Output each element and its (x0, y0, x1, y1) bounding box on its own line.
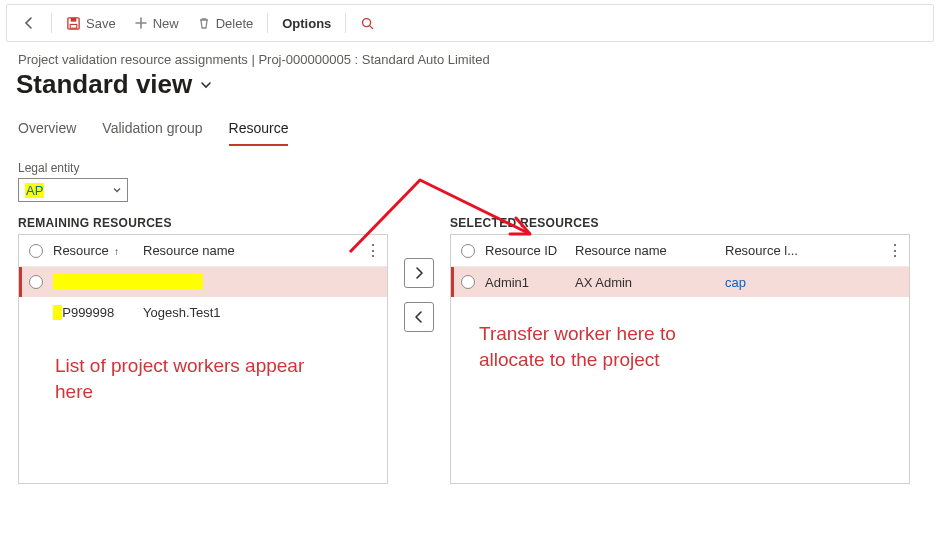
remaining-resources-grid: Resource ↑ Resource name ⋮ P999998 Yoges… (18, 234, 388, 484)
selected-resources-heading: SELECTED RESOURCES (450, 216, 910, 230)
row-select[interactable] (457, 275, 479, 289)
grid-more-button[interactable]: ⋮ (887, 243, 903, 259)
search-icon (360, 16, 375, 31)
tab-resource[interactable]: Resource (229, 114, 289, 146)
legal-entity-label: Legal entity (18, 161, 940, 175)
svg-rect-2 (70, 24, 77, 28)
search-button[interactable] (352, 11, 383, 36)
arrow-right-icon (411, 265, 427, 281)
tabs: Overview Validation group Resource (0, 110, 940, 147)
radio-icon (29, 275, 43, 289)
column-resource-name[interactable]: Resource name (137, 243, 381, 258)
redacted-highlight (53, 305, 62, 320)
plus-icon (134, 16, 148, 30)
legal-entity-select[interactable]: AP (18, 178, 128, 202)
save-label: Save (86, 16, 116, 31)
table-row[interactable] (19, 267, 387, 297)
toolbar: Save New Delete Options (6, 4, 934, 42)
tab-overview[interactable]: Overview (18, 114, 76, 146)
panels: REMAINING RESOURCES Resource ↑ Resource … (0, 202, 940, 484)
save-icon (66, 16, 81, 31)
selected-resources-grid: Resource ID Resource name Resource l... … (450, 234, 910, 484)
annotation-left: List of project workers appear here (55, 353, 315, 404)
cell-resource (47, 273, 137, 292)
selected-resources-panel: SELECTED RESOURCES Resource ID Resource … (450, 216, 910, 484)
page-title-row: Standard view (0, 67, 940, 110)
delete-button[interactable]: Delete (189, 11, 262, 36)
chevron-down-icon (111, 184, 123, 196)
column-resource-name[interactable]: Resource name (569, 243, 719, 258)
svg-rect-1 (71, 17, 77, 21)
grid-more-button[interactable]: ⋮ (365, 243, 381, 259)
transfer-buttons (400, 216, 438, 332)
move-right-button[interactable] (404, 258, 434, 288)
arrow-left-icon (21, 15, 37, 31)
arrow-left-icon (411, 309, 427, 325)
delete-label: Delete (216, 16, 254, 31)
table-row[interactable]: P999998 Yogesh.Test1 (19, 297, 387, 327)
cell-resource-legal[interactable]: cap (719, 275, 809, 290)
grid-header: Resource ID Resource name Resource l... … (451, 235, 909, 267)
cell-resource: P999998 (47, 305, 137, 320)
legal-entity-value: AP (25, 183, 44, 198)
redacted-highlight (53, 273, 203, 289)
options-label: Options (282, 16, 331, 31)
move-left-button[interactable] (404, 302, 434, 332)
cell-resource-id: Admin1 (479, 275, 569, 290)
save-button[interactable]: Save (58, 11, 124, 36)
breadcrumb: Project validation resource assignments … (0, 50, 940, 67)
options-button[interactable]: Options (274, 11, 339, 36)
column-resource[interactable]: Resource ↑ (47, 243, 137, 258)
chevron-down-icon[interactable] (198, 77, 214, 93)
radio-icon (461, 275, 475, 289)
legal-entity-field: Legal entity AP (0, 147, 940, 202)
column-resource-legal[interactable]: Resource l... (719, 243, 809, 258)
trash-icon (197, 16, 211, 30)
new-label: New (153, 16, 179, 31)
remaining-resources-heading: REMAINING RESOURCES (18, 216, 388, 230)
grid-header: Resource ↑ Resource name ⋮ (19, 235, 387, 267)
tab-validation-group[interactable]: Validation group (102, 114, 202, 146)
column-resource-id[interactable]: Resource ID (479, 243, 569, 258)
row-select[interactable] (25, 275, 47, 289)
back-button[interactable] (13, 10, 45, 36)
table-row[interactable]: Admin1 AX Admin cap (451, 267, 909, 297)
toolbar-separator (51, 13, 52, 33)
select-all-cell[interactable] (25, 244, 47, 258)
select-all-cell[interactable] (457, 244, 479, 258)
radio-icon (461, 244, 475, 258)
cell-resource-name: AX Admin (569, 275, 719, 290)
cell-resource-name: Yogesh.Test1 (137, 305, 381, 320)
annotation-right: Transfer worker here to allocate to the … (479, 321, 739, 372)
remaining-resources-panel: REMAINING RESOURCES Resource ↑ Resource … (18, 216, 388, 484)
page-title: Standard view (16, 69, 192, 100)
new-button[interactable]: New (126, 11, 187, 36)
toolbar-separator (345, 13, 346, 33)
toolbar-separator (267, 13, 268, 33)
sort-asc-icon: ↑ (114, 246, 119, 257)
radio-icon (29, 244, 43, 258)
